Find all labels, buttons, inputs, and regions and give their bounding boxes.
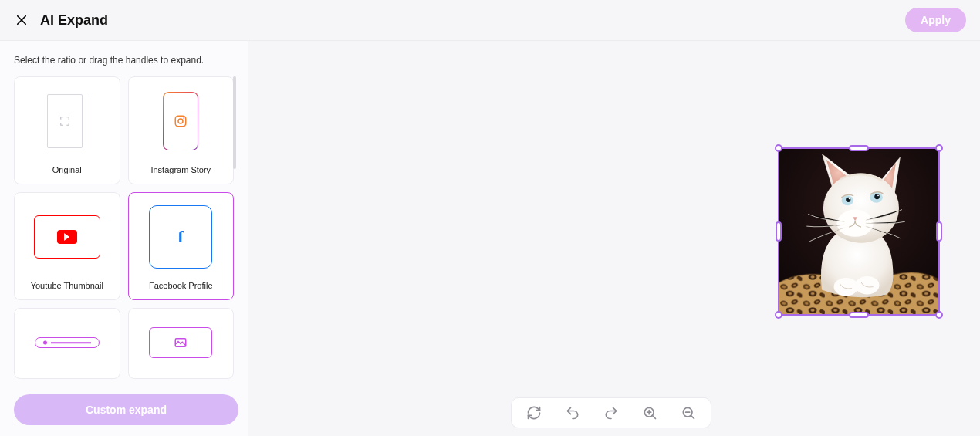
svg-point-21	[846, 198, 850, 202]
resize-handle-left[interactable]	[776, 221, 782, 242]
ratio-label: Instagram Story	[150, 165, 211, 174]
redo-button[interactable]	[603, 404, 620, 421]
custom-expand-button[interactable]: Custom expand	[14, 394, 238, 425]
zoom-in-icon	[642, 405, 657, 421]
canvas-area	[248, 41, 980, 436]
banner-icon	[35, 337, 100, 348]
ratio-scroll[interactable]: Original	[14, 76, 238, 385]
resize-handle-top[interactable]	[849, 145, 869, 151]
instagram-story-icon	[163, 92, 198, 150]
resize-handle-bottom-left[interactable]	[775, 311, 782, 319]
svg-line-26	[652, 415, 655, 418]
resize-handle-top-right[interactable]	[935, 144, 943, 152]
svg-point-16	[855, 276, 879, 295]
resize-handle-bottom[interactable]	[849, 312, 869, 318]
canvas-stage[interactable]	[248, 41, 980, 436]
zoom-out-icon	[681, 405, 696, 421]
youtube-play-icon	[57, 230, 77, 244]
expand-corners-icon	[59, 116, 70, 127]
close-button[interactable]	[14, 12, 29, 28]
undo-icon	[565, 405, 580, 421]
resize-handle-right[interactable]	[936, 221, 942, 242]
scrollbar-thumb[interactable]	[233, 76, 236, 169]
ratio-label: Facebook Profile	[149, 281, 213, 290]
undo-button[interactable]	[564, 404, 581, 421]
instagram-icon	[174, 114, 188, 128]
close-icon	[15, 13, 29, 27]
redo-icon	[603, 405, 619, 421]
cover-icon	[149, 327, 212, 358]
svg-point-22	[874, 194, 880, 200]
youtube-thumbnail-icon	[34, 215, 100, 259]
resize-handle-bottom-right[interactable]	[935, 311, 943, 319]
canvas-image[interactable]	[779, 149, 938, 314]
ratio-card-original[interactable]: Original	[14, 76, 120, 184]
facebook-profile-icon: f	[149, 205, 212, 269]
refresh-button[interactable]	[525, 404, 542, 421]
facebook-icon: f	[178, 227, 184, 247]
svg-point-3	[178, 119, 183, 123]
refresh-icon	[526, 405, 542, 421]
zoom-out-button[interactable]	[680, 404, 697, 421]
ratio-card-cover[interactable]	[128, 308, 235, 379]
apply-button[interactable]: Apply	[905, 8, 966, 32]
ratio-card-facebook-profile[interactable]: f Facebook Profile	[128, 192, 235, 300]
ratio-card-banner[interactable]	[14, 308, 120, 379]
original-icon	[44, 91, 90, 151]
ratio-label: Original	[52, 165, 82, 174]
sidebar: Select the ratio or drag the handles to …	[0, 41, 248, 436]
svg-point-23	[849, 198, 850, 199]
svg-rect-2	[176, 116, 187, 127]
header: AI Expand Apply	[0, 0, 980, 41]
ratio-card-youtube-thumbnail[interactable]: Youtube Thumbnail	[14, 192, 120, 300]
resize-handle-top-left[interactable]	[775, 144, 782, 152]
ratio-label: Youtube Thumbnail	[31, 281, 103, 290]
ratio-card-instagram-story[interactable]: Instagram Story	[128, 76, 235, 184]
canvas-toolbar	[511, 397, 711, 428]
sidebar-instruction: Select the ratio or drag the handles to …	[14, 55, 238, 66]
svg-line-30	[691, 415, 694, 418]
image-icon	[174, 336, 188, 350]
page-title: AI Expand	[40, 12, 108, 29]
zoom-in-button[interactable]	[641, 404, 658, 421]
image-selection-frame[interactable]	[778, 147, 940, 316]
svg-point-24	[877, 194, 879, 196]
svg-point-4	[184, 117, 185, 119]
svg-point-15	[834, 278, 858, 296]
